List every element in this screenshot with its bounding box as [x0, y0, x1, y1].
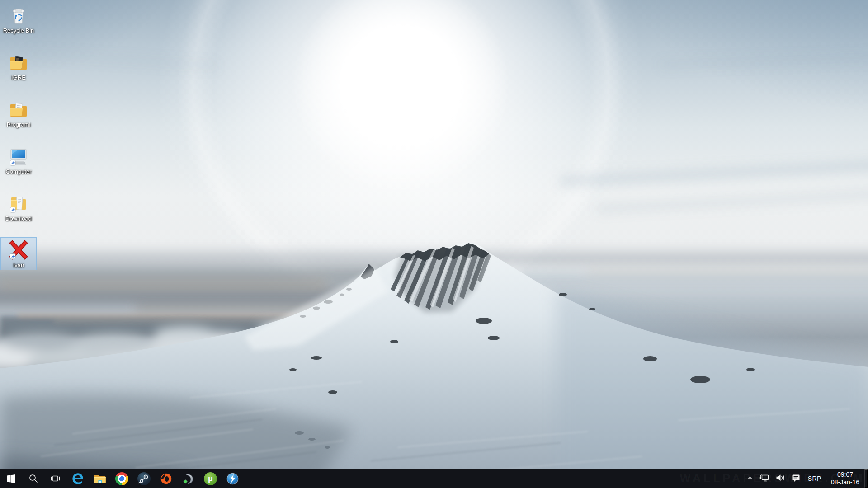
- chevron-up-icon: [747, 475, 753, 482]
- taskbar-edge-button[interactable]: [66, 469, 89, 488]
- show-desktop-button[interactable]: [864, 469, 868, 488]
- steam-icon: [137, 472, 151, 485]
- taskbar-buttons: µ: [0, 469, 244, 488]
- notification-bubble-icon: [792, 474, 800, 483]
- desktop-icon-label: Programi: [7, 121, 31, 128]
- windows-logo-icon: [7, 474, 15, 483]
- clock-time: 09:07: [837, 471, 853, 479]
- wallpaper: [0, 0, 868, 488]
- recycle-bin-icon: [8, 5, 29, 26]
- desktop-icon-label: IGRE: [11, 74, 26, 81]
- action-center-button[interactable]: [788, 469, 803, 488]
- taskbar-daemon-tools-button[interactable]: [222, 469, 244, 488]
- desktop-icon-download[interactable]: Download: [0, 191, 37, 224]
- taskbar-steam-button[interactable]: [133, 469, 155, 488]
- search-button[interactable]: [22, 469, 44, 488]
- taskbar-chrome-button[interactable]: [111, 469, 133, 488]
- computer-shortcut-icon: [8, 146, 29, 167]
- desktop-icon-computer[interactable]: Computer: [0, 144, 37, 177]
- search-icon: [29, 474, 38, 483]
- tray-overflow-button[interactable]: [744, 469, 756, 488]
- clock-date: 08-Jan-16: [831, 479, 859, 486]
- task-view-icon: [51, 474, 60, 483]
- taskbar-origin-button[interactable]: [155, 469, 177, 488]
- shortcut-arrow-badge: [10, 254, 16, 259]
- clock[interactable]: 09:07 08-Jan-16: [826, 469, 864, 488]
- daemon-tools-icon: [226, 472, 239, 485]
- taskbar-file-explorer-button[interactable]: [89, 469, 111, 488]
- broken-shortcut-red-x-icon: [8, 239, 29, 260]
- mountain-wallpaper-art: [0, 0, 868, 488]
- origin-icon: [160, 472, 173, 485]
- shortcut-arrow-badge: [10, 160, 16, 166]
- windows-desktop: Recycle Bin IGRE: [0, 0, 868, 488]
- task-view-button[interactable]: [44, 469, 66, 488]
- start-button[interactable]: [0, 469, 22, 488]
- folder-shortcut-icon: [8, 193, 29, 214]
- desktop-icon-programi[interactable]: Programi: [0, 97, 37, 130]
- taskbar-teamspeak-button[interactable]: [177, 469, 199, 488]
- system-tray: SRP 09:07 08-Jan-16: [744, 469, 868, 488]
- folder-documents-icon: [8, 99, 29, 120]
- utorrent-icon: µ: [204, 472, 217, 485]
- speaker-icon: [776, 474, 785, 483]
- desktop-icon-ivan[interactable]: Ivan: [0, 237, 37, 270]
- wired-network-icon: [760, 474, 769, 483]
- language-indicator[interactable]: SRP: [803, 469, 826, 488]
- volume-tray-button[interactable]: [773, 469, 788, 488]
- desktop-icon-igre[interactable]: IGRE: [0, 50, 37, 83]
- shortcut-arrow-badge: [10, 207, 16, 213]
- desktop-icon-label: Computer: [5, 168, 31, 175]
- teamspeak-icon: [182, 472, 195, 485]
- taskbar: WALLPAPERSWIDE.COM: [0, 469, 868, 488]
- chrome-icon: [115, 472, 128, 485]
- desktop-icon-label: Recycle Bin: [3, 27, 34, 34]
- desktop-icon-label: Ivan: [13, 262, 24, 268]
- folder-games-icon: [8, 52, 29, 73]
- file-explorer-icon: [93, 472, 107, 485]
- edge-icon: [71, 472, 85, 485]
- desktop-icon-label: Download: [5, 215, 32, 222]
- taskbar-utorrent-button[interactable]: µ: [199, 469, 222, 488]
- network-tray-button[interactable]: [756, 469, 773, 488]
- desktop-icon-recycle-bin[interactable]: Recycle Bin: [0, 3, 37, 36]
